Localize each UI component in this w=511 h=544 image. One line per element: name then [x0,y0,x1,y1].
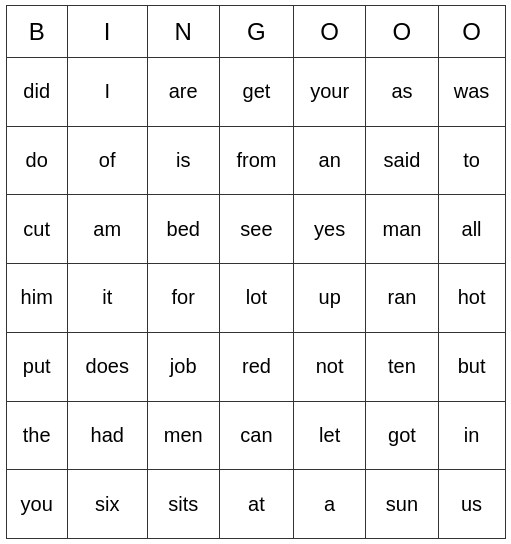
cell-r4-c4: not [293,332,365,401]
cell-r3-c5: ran [366,264,438,333]
bingo-row: yousixsitsatasunus [6,470,505,539]
cell-r2-c0: cut [6,195,67,264]
cell-r4-c1: does [67,332,147,401]
cell-r6-c6: us [438,470,505,539]
cell-r6-c5: sun [366,470,438,539]
header-col-3: G [219,6,293,58]
bingo-row: himitforlotupranhot [6,264,505,333]
cell-r0-c3: get [219,58,293,127]
cell-r3-c3: lot [219,264,293,333]
cell-r3-c6: hot [438,264,505,333]
cell-r5-c5: got [366,401,438,470]
cell-r4-c5: ten [366,332,438,401]
header-col-1: I [67,6,147,58]
cell-r0-c2: are [147,58,219,127]
header-col-5: O [366,6,438,58]
cell-r6-c2: sits [147,470,219,539]
cell-r1-c0: do [6,126,67,195]
cell-r1-c5: said [366,126,438,195]
cell-r0-c6: was [438,58,505,127]
cell-r3-c4: up [293,264,365,333]
bingo-row: cutambedseeyesmanall [6,195,505,264]
bingo-row: didIaregetyouraswas [6,58,505,127]
header-col-4: O [293,6,365,58]
cell-r1-c3: from [219,126,293,195]
bingo-row: thehadmencanletgotin [6,401,505,470]
cell-r6-c1: six [67,470,147,539]
cell-r4-c6: but [438,332,505,401]
bingo-card: BINGOOO didIaregetyouraswasdoofisfromans… [6,5,506,539]
cell-r2-c5: man [366,195,438,264]
cell-r2-c6: all [438,195,505,264]
cell-r5-c0: the [6,401,67,470]
cell-r2-c3: see [219,195,293,264]
cell-r3-c0: him [6,264,67,333]
cell-r1-c6: to [438,126,505,195]
cell-r4-c3: red [219,332,293,401]
header-col-6: O [438,6,505,58]
cell-r1-c2: is [147,126,219,195]
cell-r2-c2: bed [147,195,219,264]
header-col-0: B [6,6,67,58]
cell-r1-c1: of [67,126,147,195]
cell-r0-c1: I [67,58,147,127]
cell-r1-c4: an [293,126,365,195]
bingo-row: putdoesjobrednottenbut [6,332,505,401]
bingo-row: doofisfromansaidto [6,126,505,195]
cell-r2-c1: am [67,195,147,264]
cell-r4-c2: job [147,332,219,401]
cell-r2-c4: yes [293,195,365,264]
cell-r0-c4: your [293,58,365,127]
cell-r5-c4: let [293,401,365,470]
cell-r0-c0: did [6,58,67,127]
cell-r5-c1: had [67,401,147,470]
cell-r3-c2: for [147,264,219,333]
bingo-header-row: BINGOOO [6,6,505,58]
cell-r5-c3: can [219,401,293,470]
cell-r0-c5: as [366,58,438,127]
cell-r3-c1: it [67,264,147,333]
cell-r6-c4: a [293,470,365,539]
cell-r4-c0: put [6,332,67,401]
cell-r6-c3: at [219,470,293,539]
cell-r5-c2: men [147,401,219,470]
cell-r5-c6: in [438,401,505,470]
header-col-2: N [147,6,219,58]
cell-r6-c0: you [6,470,67,539]
